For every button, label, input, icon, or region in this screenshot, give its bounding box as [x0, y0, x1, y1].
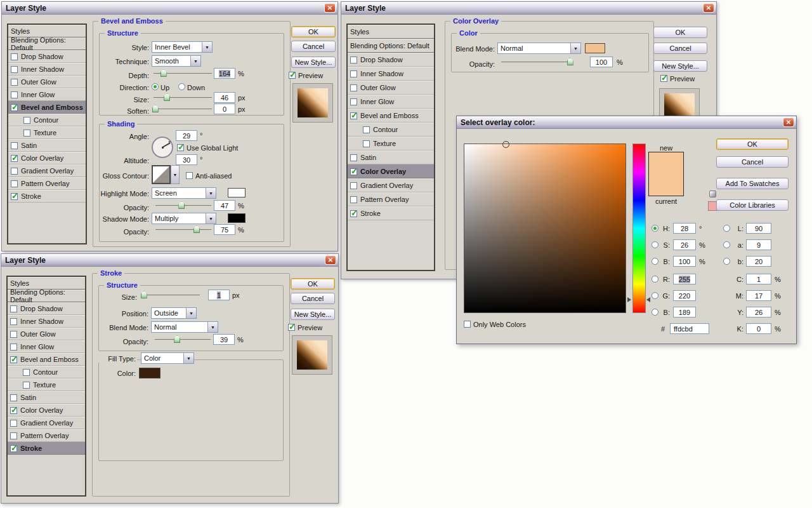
opacity-slider[interactable] — [155, 335, 211, 344]
styles-list-item[interactable]: Color Overlay — [348, 164, 434, 178]
styles-list-item[interactable]: Blending Options: Default — [348, 39, 434, 53]
shadow-mode-select[interactable]: Multiply▼ — [152, 213, 216, 224]
checkbox[interactable] — [10, 331, 17, 338]
checkbox[interactable] — [10, 356, 17, 363]
b2-radio[interactable] — [652, 309, 658, 316]
h-radio[interactable] — [652, 225, 658, 232]
blend-mode-select[interactable]: Normal▼ — [497, 43, 581, 54]
opacity-input[interactable]: 39 — [213, 334, 235, 345]
checkbox[interactable] — [10, 305, 17, 312]
chevron-down-icon[interactable]: ▼ — [183, 353, 193, 363]
chevron-down-icon[interactable]: ▼ — [206, 188, 216, 198]
b-input[interactable]: 100 — [673, 256, 696, 267]
highlight-mode-select[interactable]: Screen▼ — [152, 187, 216, 199]
title-bar[interactable]: Layer Style ✕ — [341, 2, 716, 15]
highlight-opacity-input[interactable]: 47 — [214, 200, 235, 211]
styles-list-item[interactable]: Texture — [348, 137, 434, 150]
lab-b-radio[interactable] — [723, 258, 730, 265]
cancel-button[interactable]: Cancel — [291, 41, 336, 52]
shadow-color-swatch[interactable] — [228, 213, 246, 223]
style-select[interactable]: Inner Bevel▼ — [152, 41, 213, 53]
gamut-cube-icon[interactable] — [709, 190, 716, 197]
styles-list-item[interactable]: Texture — [8, 126, 86, 139]
styles-list-item[interactable]: Pattern Overlay — [8, 429, 85, 442]
direction-up-radio[interactable] — [152, 83, 159, 90]
r-input[interactable]: 255 — [673, 274, 696, 284]
new-style-button[interactable]: New Style... — [291, 309, 335, 320]
a-input[interactable]: 9 — [746, 239, 771, 250]
checkbox[interactable] — [350, 182, 357, 189]
angle-input[interactable]: 29 — [176, 130, 197, 141]
ok-button[interactable]: OK — [291, 26, 336, 37]
hue-slider-left-arrow[interactable] — [627, 297, 631, 302]
styles-list-item[interactable]: Pattern Overlay — [8, 177, 86, 190]
checkbox[interactable] — [350, 70, 357, 77]
checkbox[interactable] — [23, 117, 30, 124]
checkbox[interactable] — [350, 57, 357, 64]
preview-checkbox[interactable] — [288, 324, 295, 331]
gloss-contour-picker[interactable] — [152, 165, 171, 184]
styles-list-item[interactable]: Stroke — [8, 442, 85, 455]
checkbox[interactable] — [11, 66, 18, 73]
styles-list-item[interactable]: Blending Options: Default — [8, 37, 86, 50]
stroke-color-swatch[interactable] — [139, 368, 160, 378]
checkbox[interactable] — [350, 112, 357, 119]
styles-list-item[interactable]: Outer Glow — [8, 328, 85, 340]
c-input[interactable]: 1 — [746, 274, 771, 284]
angle-dial[interactable]: ✦ — [152, 137, 173, 158]
cancel-button[interactable]: Cancel — [291, 293, 335, 304]
direction-down-radio[interactable] — [178, 83, 185, 90]
chevron-down-icon[interactable]: ▼ — [171, 165, 180, 184]
only-web-colors-checkbox[interactable] — [464, 321, 471, 328]
checkbox[interactable] — [10, 432, 17, 439]
s-radio[interactable] — [652, 241, 658, 248]
checkbox[interactable] — [11, 91, 18, 98]
checkbox[interactable] — [10, 407, 17, 414]
chevron-down-icon[interactable]: ▼ — [206, 213, 216, 224]
b2-input[interactable]: 189 — [673, 307, 696, 318]
k-input[interactable]: 0 — [746, 323, 771, 334]
styles-list-item[interactable]: Bevel and Emboss — [8, 353, 85, 366]
styles-list-item[interactable]: Satin — [8, 139, 86, 152]
checkbox[interactable] — [23, 130, 30, 137]
lab-b-input[interactable]: 20 — [746, 256, 771, 267]
a-radio[interactable] — [723, 241, 730, 248]
soften-slider[interactable] — [154, 105, 212, 113]
depth-slider[interactable] — [154, 69, 212, 77]
styles-list-item[interactable]: Inner Shadow — [348, 67, 434, 81]
styles-list-item[interactable]: Inner Shadow — [8, 315, 85, 328]
preview-checkbox[interactable] — [289, 72, 296, 79]
checkbox[interactable] — [11, 142, 18, 149]
ok-button[interactable]: OK — [653, 27, 707, 38]
checkbox[interactable] — [11, 79, 18, 86]
highlight-color-swatch[interactable] — [228, 188, 246, 197]
ok-button[interactable]: OK — [291, 278, 335, 290]
current-color-swatch[interactable] — [649, 174, 683, 196]
styles-list-item[interactable]: Outer Glow — [8, 76, 86, 88]
styles-list-item[interactable]: Pattern Overlay — [348, 192, 434, 206]
checkbox[interactable] — [11, 180, 18, 187]
styles-list-item[interactable]: Satin — [348, 150, 434, 164]
styles-list-item[interactable]: Texture — [8, 378, 85, 391]
styles-list-item[interactable]: Styles — [348, 25, 434, 39]
r-radio[interactable] — [652, 276, 658, 283]
use-global-light-checkbox[interactable] — [177, 144, 184, 151]
styles-list-item[interactable]: Bevel and Emboss — [348, 109, 434, 123]
size-input[interactable]: 1 — [208, 290, 230, 300]
h-input[interactable]: 28 — [673, 223, 696, 234]
opacity-input[interactable]: 100 — [590, 57, 613, 67]
size-slider[interactable] — [154, 93, 212, 102]
checkbox[interactable] — [23, 369, 30, 376]
checkbox[interactable] — [350, 210, 357, 217]
m-input[interactable]: 17 — [746, 290, 771, 301]
g-radio[interactable] — [652, 292, 658, 299]
size-input[interactable]: 46 — [214, 92, 235, 103]
b-radio[interactable] — [652, 258, 658, 265]
blend-mode-select[interactable]: Normal▼ — [151, 321, 218, 333]
checkbox[interactable] — [23, 382, 30, 389]
new-style-button[interactable]: New Style... — [653, 60, 707, 72]
styles-list-item[interactable]: Gradient Overlay — [8, 164, 86, 177]
opacity-slider[interactable] — [501, 58, 572, 66]
checkbox[interactable] — [11, 193, 18, 200]
styles-list-item[interactable]: Stroke — [8, 190, 86, 203]
